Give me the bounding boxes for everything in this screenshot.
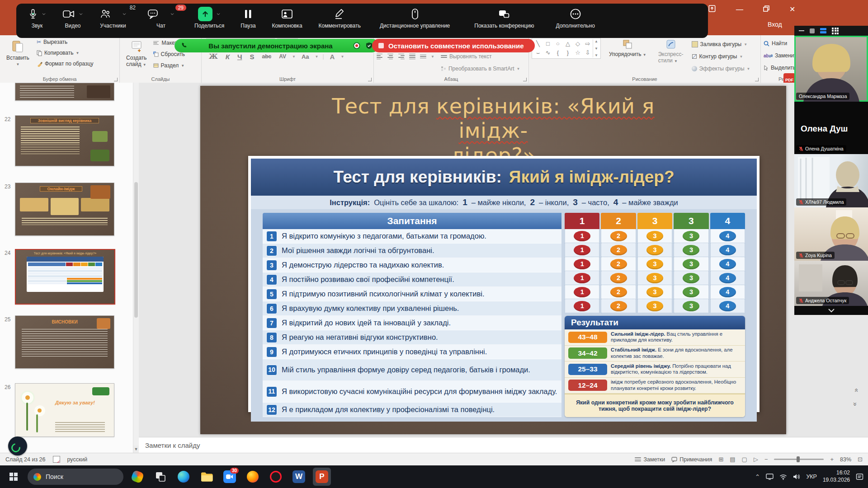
taskbar-clock[interactable]: 16:02 19.03.2026 bbox=[823, 469, 850, 483]
volume-icon[interactable] bbox=[793, 474, 800, 480]
video-tile[interactable]: Zoya Kupina bbox=[794, 207, 868, 261]
signin-link[interactable]: Вход bbox=[768, 21, 782, 28]
zoom-percent[interactable]: 83% bbox=[840, 456, 851, 463]
text-shadow-button[interactable]: S bbox=[248, 53, 256, 61]
recording-icon[interactable] bbox=[353, 42, 360, 49]
video-tile[interactable]: ХЛ№97 Людмила bbox=[794, 154, 868, 207]
chevron-down-icon[interactable] bbox=[79, 12, 83, 16]
shape-fill-button[interactable]: Заливка фигуры▼ bbox=[692, 39, 750, 49]
restore-icon[interactable] bbox=[763, 5, 769, 13]
thumbnail-slide-23[interactable]: Онлайн-Імідж bbox=[15, 183, 114, 236]
normal-view-button[interactable]: ⊞ bbox=[718, 456, 723, 463]
cut-button[interactable]: ✂Вырезать bbox=[37, 37, 94, 47]
stop-share-button[interactable]: Остановить совместное использование bbox=[372, 39, 535, 52]
align-right-button[interactable] bbox=[398, 53, 405, 60]
audio-button[interactable]: Звук bbox=[28, 7, 46, 29]
pause-button[interactable]: Пауза bbox=[241, 7, 255, 29]
zoom-slider-thumb[interactable] bbox=[797, 456, 800, 462]
comments-toggle[interactable]: Примечания bbox=[671, 456, 712, 463]
slideshow-button[interactable]: ▷ bbox=[754, 456, 758, 463]
slide-sorter-button[interactable]: ▤ bbox=[730, 456, 735, 463]
powerpoint-icon[interactable]: P bbox=[313, 468, 331, 486]
section-button[interactable]: Раздел▼ bbox=[153, 61, 185, 70]
copilot-icon[interactable] bbox=[128, 468, 146, 486]
more-button[interactable]: Дополнительно bbox=[556, 7, 594, 29]
align-text-button[interactable]: Выровнять текст bbox=[441, 52, 520, 61]
thumbnails-scrollbar[interactable]: ▼ bbox=[133, 83, 139, 453]
chevron-down-icon[interactable] bbox=[170, 12, 175, 16]
panel-minimize-icon[interactable] bbox=[799, 30, 804, 31]
previous-slide-button[interactable]: » bbox=[852, 388, 859, 392]
align-left-button[interactable] bbox=[377, 53, 383, 60]
word-icon[interactable]: W bbox=[290, 468, 308, 486]
paste-button[interactable]: Вставить▼ bbox=[3, 37, 33, 69]
taskbar-search[interactable]: Поиск bbox=[28, 469, 123, 485]
spellcheck-icon[interactable] bbox=[53, 456, 60, 463]
taskview-icon[interactable] bbox=[151, 468, 170, 486]
font-color-button[interactable]: А bbox=[328, 53, 337, 61]
tray-expand-chevron[interactable]: ⌃ bbox=[755, 473, 760, 480]
thumbnail-slide-26[interactable]: Дякую за увагу! bbox=[15, 383, 114, 437]
slide-canvas[interactable]: Тест для керівників: «Який я імідж- ліде… bbox=[200, 86, 786, 434]
reading-view-button[interactable]: ▢ bbox=[742, 456, 747, 463]
zoom-slider[interactable] bbox=[774, 459, 824, 460]
start-button[interactable] bbox=[5, 468, 23, 486]
security-shield-icon[interactable] bbox=[366, 42, 373, 49]
chevron-down-icon[interactable] bbox=[216, 12, 221, 16]
strikethrough-button[interactable]: abc bbox=[260, 53, 273, 60]
floating-widget[interactable] bbox=[8, 436, 27, 455]
chevron-down-icon[interactable] bbox=[42, 12, 46, 16]
thumbnail-slide-22[interactable]: Зовнішній вигляд керівника bbox=[15, 115, 114, 166]
dialog-launcher[interactable] bbox=[755, 78, 759, 81]
scrollbar-down-arrow[interactable]: ▼ bbox=[133, 446, 139, 453]
video-tile[interactable]: Олена Душ Олена Душаткіна bbox=[794, 102, 868, 154]
arrange-button[interactable]: Упорядочить ▼ bbox=[605, 38, 650, 58]
language-switcher[interactable]: УКР bbox=[806, 474, 817, 480]
minimize-icon[interactable]: — bbox=[736, 6, 743, 13]
format-painter-button[interactable]: Формат по образцу bbox=[37, 59, 94, 69]
participants-button[interactable]: 82 Участники bbox=[99, 7, 127, 29]
notes-pane[interactable]: Заметки к слайду bbox=[139, 437, 868, 453]
scrollbar-thumb[interactable] bbox=[134, 182, 138, 318]
edge-icon[interactable] bbox=[175, 468, 193, 486]
italic-button[interactable]: К bbox=[224, 53, 231, 61]
zoom-app-icon[interactable]: 30 bbox=[221, 468, 239, 486]
display-icon[interactable] bbox=[766, 474, 774, 480]
char-spacing-button[interactable]: AV bbox=[277, 53, 288, 60]
shape-effects-button[interactable]: Эффекты фигуры▼ bbox=[692, 64, 750, 74]
panel-speaker-view-icon[interactable] bbox=[820, 28, 826, 33]
video-tile[interactable]: Анджела Остапчук bbox=[794, 261, 868, 306]
wifi-icon[interactable] bbox=[779, 474, 787, 480]
opera-icon[interactable] bbox=[267, 468, 285, 486]
panel-small-view-icon[interactable] bbox=[810, 28, 815, 33]
smartart-button[interactable]: Преобразовать в SmartArt▼ bbox=[441, 64, 520, 74]
show-meeting-button[interactable]: Показать конференцию bbox=[474, 7, 534, 29]
panel-gallery-view-icon[interactable] bbox=[832, 28, 839, 34]
chevron-down-icon[interactable] bbox=[122, 12, 127, 16]
collapse-panel-chevron[interactable] bbox=[794, 306, 868, 315]
remote-control-button[interactable]: Дистанционное управление bbox=[380, 7, 450, 29]
notification-center-icon[interactable] bbox=[856, 473, 863, 480]
copy-button[interactable]: Копировать▼ bbox=[37, 48, 94, 58]
align-center-button[interactable] bbox=[387, 53, 394, 60]
dialog-launcher[interactable] bbox=[368, 78, 372, 81]
zoom-out-button[interactable]: − bbox=[764, 456, 768, 463]
next-slide-button[interactable]: » bbox=[852, 402, 859, 406]
thumbnail-slide-24-selected[interactable]: Тест для керівників: «Який я імідж-лідер… bbox=[15, 249, 115, 305]
video-button[interactable]: Видео bbox=[62, 7, 83, 29]
justify-button[interactable] bbox=[409, 53, 415, 60]
video-tile[interactable]: Олександра Мармаза bbox=[794, 36, 868, 102]
file-explorer-icon[interactable] bbox=[198, 468, 216, 486]
language-indicator[interactable]: русский bbox=[67, 456, 88, 463]
notes-toggle[interactable]: Заметки bbox=[635, 456, 665, 463]
firefox-icon[interactable] bbox=[244, 468, 262, 486]
thumbnail-slide-25[interactable]: ВИСНОВКИ bbox=[15, 315, 114, 369]
dialog-launcher[interactable] bbox=[523, 78, 527, 81]
close-icon[interactable]: ✕ bbox=[789, 6, 795, 13]
chat-button[interactable]: 29 Чат bbox=[147, 7, 175, 29]
change-case-button[interactable]: Aa bbox=[300, 53, 311, 60]
annotate-button[interactable]: Комментировать bbox=[319, 7, 361, 29]
quick-styles-button[interactable]: Экспресс-стили ▼ bbox=[655, 38, 687, 65]
share-screen-button[interactable]: Поделиться bbox=[194, 7, 224, 29]
shapes-scroll[interactable]: ▲▼▼ bbox=[593, 39, 599, 57]
